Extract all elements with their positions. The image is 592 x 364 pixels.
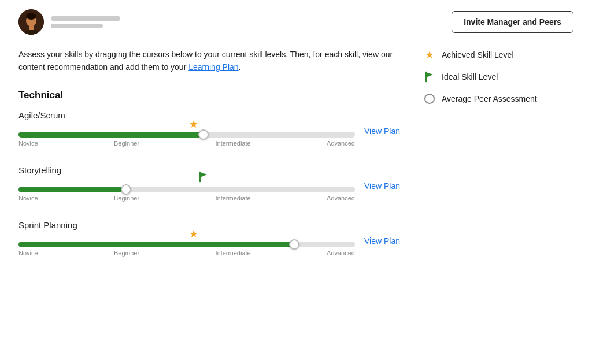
legend-circle-icon [424,94,435,104]
legend-item-achieved: ★ Achieved Skill Level [423,49,574,61]
user-name-line-1 [51,16,120,21]
legend-star-icon: ★ [425,49,434,61]
slider-thumb-sprint[interactable] [289,239,299,250]
legend-icon-achieved: ★ [423,49,436,61]
legend-item-peer: Average Peer Assessment [423,92,574,105]
page-header: Invite Manager and Peers [18,9,574,35]
svg-rect-4 [29,25,34,30]
flag-icon-storytelling [198,171,209,183]
svg-marker-8 [426,72,433,77]
user-name-line-2 [51,24,103,28]
label-advanced: Advanced [327,140,355,147]
description-text-2: . [239,62,241,72]
view-plan-link-storytelling[interactable]: View Plan [364,181,400,191]
user-name-lines [51,16,120,28]
legend-icon-peer [423,92,436,105]
legend-flag-icon [424,71,435,83]
slider-container-agile: ★ Novice Beginner Intermediate Advanced [18,132,355,147]
label-intermediate-sp: Intermediate [215,250,250,257]
slider-track-storytelling [18,187,355,192]
slider-labels-sprint: Novice Beginner Intermediate Advanced [18,250,355,257]
skill-body-sprint: Sprint Planning ★ Novice Beginner [18,220,355,259]
skill-and-action-storytelling: Storytelling [18,165,400,204]
label-intermediate-s: Intermediate [215,195,250,202]
skill-and-action-sprint: Sprint Planning ★ Novice Beginner [18,220,400,259]
skill-name-agile: Agile/Scrum [18,110,355,120]
slider-labels-agile: Novice Beginner Intermediate Advanced [18,140,355,147]
label-advanced-sp: Advanced [327,250,355,257]
main-layout: Assess your skills by dragging the curso… [18,49,574,275]
slider-labels-storytelling: Novice Beginner Intermediate Advanced [18,195,355,202]
label-novice: Novice [18,140,38,147]
skill-row-storytelling: Storytelling [18,165,400,204]
svg-point-2 [26,13,36,20]
user-info [18,9,120,35]
ideal-marker-storytelling [198,171,209,184]
label-advanced-s: Advanced [327,195,355,202]
skill-and-action: Agile/Scrum ★ Novice Beginner [18,110,400,149]
label-intermediate: Intermediate [215,140,250,147]
skill-body: Agile/Scrum ★ Novice Beginner [18,110,355,149]
view-plan-link-agile[interactable]: View Plan [364,127,400,136]
view-plan-link-sprint[interactable]: View Plan [364,236,400,246]
legend-label-achieved: Achieved Skill Level [442,50,514,60]
description-text: Assess your skills by dragging the curso… [18,49,400,73]
label-beginner-sp: Beginner [114,250,139,257]
avatar [18,9,44,35]
slider-thumb-agile[interactable] [198,129,209,140]
skill-body-storytelling: Storytelling [18,165,355,204]
achieved-marker-agile: ★ [189,119,198,129]
label-novice-sp: Novice [18,250,38,257]
label-novice-s: Novice [18,195,38,202]
slider-fill-storytelling [18,187,126,192]
label-beginner: Beginner [114,140,139,147]
skill-name-storytelling: Storytelling [18,165,355,175]
slider-container-storytelling: Novice Beginner Intermediate Advanced [18,187,355,202]
slider-track-agile [18,132,355,138]
legend-icon-ideal [423,70,436,83]
section-title-technical: Technical [18,90,400,101]
skill-name-sprint: Sprint Planning [18,220,355,230]
slider-fill-sprint [18,242,294,247]
svg-marker-6 [200,172,207,177]
right-column: ★ Achieved Skill Level Ideal Skill Level… [423,49,574,275]
legend-label-ideal: Ideal Skill Level [442,72,498,81]
achieved-marker-sprint: ★ [189,229,198,239]
slider-track-sprint [18,242,355,247]
skill-row-agile-scrum: Agile/Scrum ★ Novice Beginner [18,110,400,149]
legend: ★ Achieved Skill Level Ideal Skill Level… [423,49,574,105]
label-beginner-s: Beginner [114,195,139,202]
learning-plan-link[interactable]: Learning Plan [188,62,238,72]
left-column: Assess your skills by dragging the curso… [18,49,423,275]
legend-item-ideal: Ideal Skill Level [423,70,574,83]
skill-row-sprint-planning: Sprint Planning ★ Novice Beginner [18,220,400,259]
invite-manager-peers-button[interactable]: Invite Manager and Peers [452,11,574,33]
slider-container-sprint: ★ Novice Beginner Intermediate Advanced [18,242,355,257]
slider-fill-agile [18,132,204,138]
star-icon-agile: ★ [189,118,198,130]
star-icon-sprint: ★ [189,228,198,240]
legend-label-peer: Average Peer Assessment [442,94,537,103]
slider-thumb-storytelling[interactable] [121,184,131,195]
